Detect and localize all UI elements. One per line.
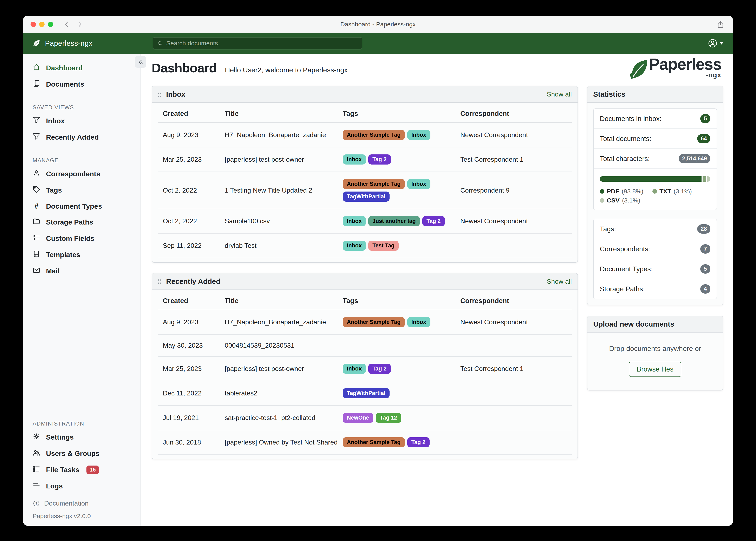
documentation-link[interactable]: ? Documentation <box>33 500 141 507</box>
stat-row-document-types[interactable]: Document Types:5 <box>594 259 717 279</box>
stat-row-correspondents[interactable]: Correspondents:7 <box>594 239 717 259</box>
sidebar-collapse-button[interactable] <box>135 56 146 68</box>
tag-pill[interactable]: Inbox <box>407 179 430 189</box>
document-row[interactable]: Oct 2, 20221 Testing New Title Updated 2… <box>158 172 572 209</box>
document-row[interactable]: Jun 30, 2018[paperless] Owned by Test No… <box>158 430 572 455</box>
tag-pill[interactable]: Test Tag <box>368 241 399 251</box>
stat-label: Storage Paths: <box>600 285 645 293</box>
tag-pill[interactable]: Another Sample Tag <box>343 317 405 327</box>
tag-pill[interactable]: Just another tag <box>368 216 420 226</box>
share-icon[interactable] <box>716 20 725 28</box>
cell-title: sat-practice-test-1_pt2-collated <box>225 414 343 422</box>
search-input[interactable] <box>166 40 358 47</box>
tag-pill[interactable]: Inbox <box>343 241 366 251</box>
sidebar-item-templates[interactable]: Templates <box>23 247 141 263</box>
sidebar-item-logs[interactable]: Logs <box>23 478 141 494</box>
tag-pill[interactable]: Another Sample Tag <box>343 130 405 140</box>
column-header-tags: Tags <box>343 110 460 118</box>
user-menu[interactable] <box>708 38 723 48</box>
document-row[interactable]: Mar 25, 2023[paperless] test post-ownerI… <box>158 357 572 381</box>
cell-created: Aug 9, 2023 <box>163 131 225 139</box>
tag-pill[interactable]: Inbox <box>343 155 366 165</box>
sidebar-item-tags[interactable]: Tags <box>23 182 141 198</box>
sidebar-item-file-tasks[interactable]: File Tasks16 <box>23 462 141 478</box>
cell-title: 1 Testing New Title Updated 2 <box>225 187 343 194</box>
stat-row-total-documents[interactable]: Total documents:64 <box>594 129 717 149</box>
document-row[interactable]: May 30, 20230004814539_20230531 <box>158 334 572 357</box>
sidebar-item-label: Inbox <box>46 117 65 125</box>
tag-pill[interactable]: Another Sample Tag <box>343 179 405 189</box>
show-all-link[interactable]: Show all <box>547 278 572 285</box>
cell-correspondent: Test Correspondent 1 <box>460 365 572 372</box>
sidebar-item-settings[interactable]: Settings <box>23 429 141 445</box>
template-icon <box>33 250 40 260</box>
tag-pill[interactable]: TagWithPartial <box>343 388 390 398</box>
cell-tags: InboxTag 2 <box>343 155 460 165</box>
app-window: Dashboard - Paperless-ngx Paperless-ngx <box>23 16 733 526</box>
sidebar-item-document-types[interactable]: #Document Types <box>23 198 141 214</box>
upload-panel: Upload new documents Drop documents anyw… <box>587 316 723 390</box>
sidebar-item-correspondents[interactable]: Correspondents <box>23 166 141 182</box>
legend-name: TXT <box>659 188 671 195</box>
sidebar-item-storage-paths[interactable]: Storage Paths <box>23 214 141 230</box>
titlebar: Dashboard - Paperless-ngx <box>23 16 733 33</box>
stat-label: Documents in inbox: <box>600 115 661 123</box>
legend-item-txt: TXT(3.1%) <box>652 188 692 195</box>
page-title: Dashboard <box>152 61 217 75</box>
document-row[interactable]: Sep 11, 2022drylab TestInboxTest Tag <box>158 234 572 258</box>
stat-row-total-characters[interactable]: Total characters:2,514,649 <box>594 149 717 169</box>
column-header-title: Title <box>225 297 343 305</box>
sidebar-item-documents[interactable]: Documents <box>23 76 141 92</box>
tag-pill[interactable]: Inbox <box>343 364 366 374</box>
app-brand[interactable]: Paperless-ngx <box>32 39 92 48</box>
funnel-icon <box>33 133 40 142</box>
cell-tags: InboxTag 2 <box>343 364 460 374</box>
document-row[interactable]: Dec 11, 2022tablerates2TagWithPartial <box>158 381 572 406</box>
folder-icon <box>33 218 40 227</box>
sidebar-item-inbox[interactable]: Inbox <box>23 113 141 129</box>
legend-item-pdf: PDF(93.8%) <box>600 188 643 195</box>
cell-title: [paperless] test post-owner <box>225 365 343 372</box>
tag-pill[interactable]: Tag 2 <box>368 364 391 374</box>
table-header-row: CreatedTitleTagsCorrespondent <box>158 290 572 310</box>
sidebar-item-custom-fields[interactable]: Custom Fields <box>23 230 141 247</box>
tag-pill[interactable]: Tag 2 <box>368 155 391 165</box>
stat-row-storage-paths[interactable]: Storage Paths:4 <box>594 279 717 299</box>
cell-created: Mar 25, 2023 <box>163 156 225 163</box>
document-row[interactable]: Oct 2, 2022Sample100.csvInboxJust anothe… <box>158 209 572 234</box>
stat-value-badge: 4 <box>700 284 710 293</box>
sidebar-item-recently-added[interactable]: Recently Added <box>23 129 141 145</box>
svg-text:?: ? <box>35 502 37 505</box>
document-row[interactable]: Aug 9, 2023H7_Napoleon_Bonaparte_zadanie… <box>158 310 572 334</box>
cell-tags: Another Sample TagTag 2 <box>343 437 460 447</box>
stats-group-secondary: Tags:28Correspondents:7Document Types:5S… <box>593 219 717 299</box>
browse-files-button[interactable]: Browse files <box>629 362 681 377</box>
cell-created: May 30, 2023 <box>163 342 225 349</box>
upload-dropzone[interactable]: Drop documents anywhere or Browse files <box>587 332 723 390</box>
tag-pill[interactable]: Inbox <box>407 130 430 140</box>
stat-row-tags[interactable]: Tags:28 <box>594 219 717 239</box>
tag-pill[interactable]: Another Sample Tag <box>343 437 405 447</box>
cell-tags: TagWithPartial <box>343 388 460 398</box>
sidebar-item-dashboard[interactable]: Dashboard <box>23 60 141 76</box>
sidebar-item-label: Correspondents <box>46 170 100 178</box>
sidebar-item-label: File Tasks <box>46 466 79 474</box>
document-row[interactable]: Aug 9, 2023H7_Napoleon_Bonaparte_zadanie… <box>158 123 572 148</box>
drag-handle-icon[interactable] <box>158 278 162 285</box>
sidebar-item-users-groups[interactable]: Users & Groups <box>23 445 141 462</box>
document-row[interactable]: Mar 25, 2023[paperless] test post-ownerI… <box>158 148 572 172</box>
tag-pill[interactable]: Inbox <box>407 317 430 327</box>
document-row[interactable]: Jul 19, 2021sat-practice-test-1_pt2-coll… <box>158 406 572 430</box>
hash-icon: # <box>33 202 40 211</box>
column-header-created: Created <box>163 110 225 118</box>
tag-pill[interactable]: Tag 2 <box>407 437 430 447</box>
sidebar-item-mail[interactable]: Mail <box>23 263 141 279</box>
drag-handle-icon[interactable] <box>158 91 162 98</box>
tag-pill[interactable]: NewOne <box>343 413 373 423</box>
tag-pill[interactable]: TagWithPartial <box>343 192 390 202</box>
tag-pill[interactable]: Tag 2 <box>422 216 445 226</box>
stat-row-documents-in-inbox[interactable]: Documents in inbox:5 <box>594 109 717 129</box>
tag-pill[interactable]: Inbox <box>343 216 366 226</box>
tag-pill[interactable]: Tag 12 <box>376 413 401 423</box>
show-all-link[interactable]: Show all <box>547 91 572 98</box>
